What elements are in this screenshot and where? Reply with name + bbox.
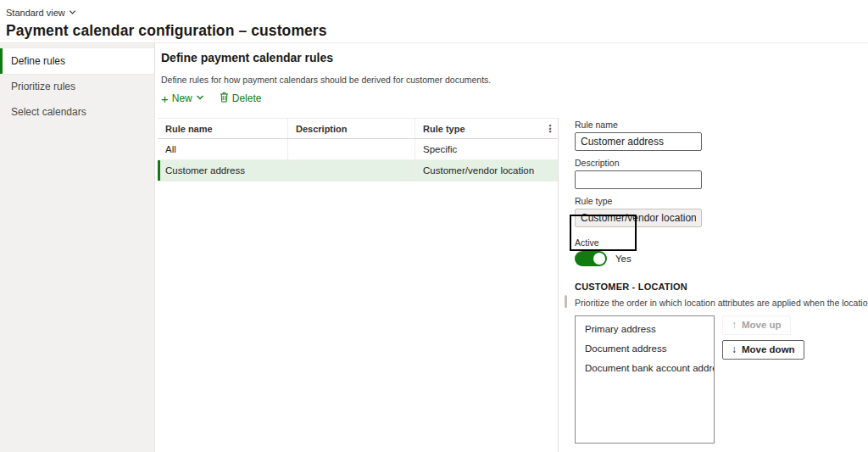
details-panel: Rule name Description Rule type Active Y… (575, 118, 868, 444)
arrow-up-icon: ↑ (732, 319, 737, 331)
content-area: Define rules Prioritize rules Select cal… (0, 42, 868, 452)
chevron-down-icon (69, 8, 76, 18)
active-label: Active (575, 237, 868, 248)
delete-button-label: Delete (232, 92, 262, 104)
rule-name-field[interactable] (575, 132, 702, 151)
sidebar-item-define-rules[interactable]: Define rules (0, 48, 154, 74)
panel-splitter-handle[interactable] (565, 295, 567, 308)
description-label: Description (575, 158, 868, 168)
move-down-label: Move down (742, 344, 795, 354)
main-panel: Define payment calendar rules Define rul… (155, 43, 868, 452)
toolbar: + New Delete (161, 92, 261, 105)
cell-rule-type: Specific (415, 139, 558, 159)
chevron-down-icon (196, 92, 204, 104)
sidebar: Define rules Prioritize rules Select cal… (0, 43, 155, 452)
description-field[interactable] (575, 170, 702, 189)
location-priority-area: Primary address Document address Documen… (575, 315, 868, 444)
arrow-down-icon: ↓ (732, 343, 737, 355)
column-options-icon[interactable]: ⋮ (545, 122, 555, 136)
delete-button[interactable]: Delete (220, 92, 262, 105)
cell-rule-name: Customer address (158, 160, 288, 181)
section-description: Define rules for how payment calendars s… (161, 75, 491, 85)
move-up-label: Move up (742, 320, 782, 330)
list-item-primary-address[interactable]: Primary address (576, 320, 714, 339)
rule-type-field (575, 209, 702, 227)
page-title: Payment calendar configuration – custome… (6, 22, 868, 40)
view-selector-label: Standard view (6, 8, 65, 18)
plus-icon: + (161, 92, 169, 105)
location-attributes-listbox: Primary address Document address Documen… (575, 315, 715, 444)
trash-icon (220, 92, 229, 105)
column-header-rule-type[interactable]: Rule type (415, 119, 558, 138)
move-up-button[interactable]: ↑ Move up (722, 315, 791, 335)
section-title: Define payment calendar rules (161, 51, 333, 64)
column-header-rule-name[interactable]: Rule name (158, 119, 288, 138)
new-button[interactable]: + New (161, 92, 204, 105)
cell-description (288, 160, 415, 181)
move-buttons: ↑ Move up ↓ Move down (722, 315, 804, 444)
rule-type-label: Rule type (575, 196, 868, 206)
new-button-label: New (172, 92, 192, 104)
sidebar-item-prioritize-rules[interactable]: Prioritize rules (0, 74, 154, 99)
customer-location-heading: CUSTOMER - LOCATION (575, 282, 868, 292)
grid-header-row: Rule name Description Rule type ⋮ (158, 118, 558, 139)
cell-rule-type: Customer/vendor location (415, 160, 558, 181)
sidebar-item-select-calendars[interactable]: Select calendars (0, 99, 154, 125)
grid-right-border (558, 118, 559, 452)
rules-grid: Rule name Description Rule type ⋮ All Sp… (158, 118, 558, 181)
move-down-button[interactable]: ↓ Move down (722, 340, 804, 360)
cell-description (288, 139, 415, 159)
table-row[interactable]: All Specific (158, 139, 558, 160)
page-header: Standard view Payment calendar configura… (0, 0, 868, 40)
active-toggle[interactable] (575, 251, 607, 266)
rule-name-label: Rule name (575, 120, 868, 130)
column-header-description[interactable]: Description (288, 119, 415, 138)
list-item-document-bank-account-address[interactable]: Document bank account address (576, 359, 714, 378)
table-row-selected[interactable]: Customer address Customer/vendor locatio… (158, 160, 558, 181)
view-selector[interactable]: Standard view (6, 8, 76, 18)
customer-location-description: Prioritize the order in which location a… (575, 298, 868, 308)
active-toggle-state: Yes (615, 254, 632, 264)
cell-rule-name: All (158, 139, 288, 159)
list-item-document-address[interactable]: Document address (576, 339, 714, 359)
